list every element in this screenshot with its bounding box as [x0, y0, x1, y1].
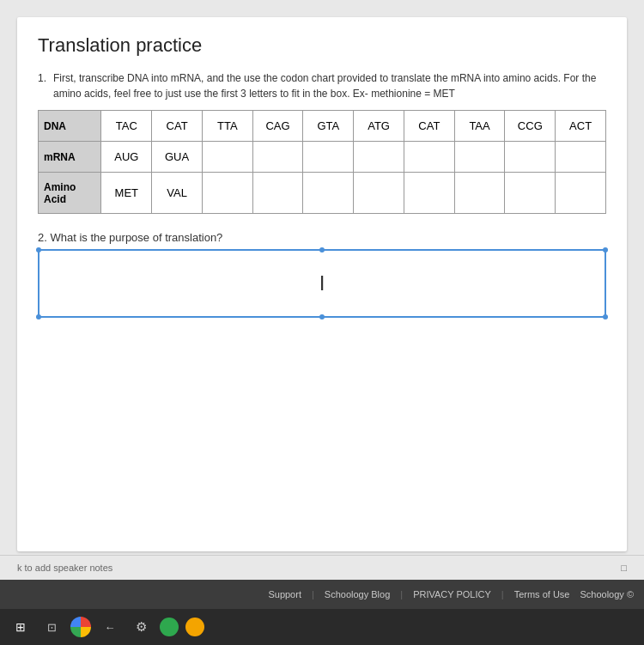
amino-row-label: AminoAcid	[39, 173, 101, 214]
handle-tl	[36, 247, 41, 253]
mrna-cell-9	[505, 142, 556, 173]
footer-blog[interactable]: Schoology Blog	[325, 589, 390, 599]
windows-button[interactable]: ⊞	[9, 615, 33, 639]
dna-cell-10: ACT	[556, 111, 606, 142]
speaker-notes-label[interactable]: k to add speaker notes	[17, 563, 112, 573]
answer-input-box[interactable]: I	[38, 249, 606, 318]
footer-terms[interactable]: Terms of Use	[514, 589, 570, 599]
question2-block: 2. What is the purpose of translation? I	[38, 231, 606, 318]
dna-table: DNA TAC CAT TTA CAG GTA ATG CAT TAA CCG …	[38, 110, 606, 214]
mrna-cell-7	[404, 142, 454, 173]
question1-block: 1. First, transcribe DNA into mRNA, and …	[38, 70, 606, 214]
speaker-notes-bar: k to add speaker notes □	[0, 555, 644, 580]
dna-cell-9: CCG	[505, 111, 556, 142]
settings-icon[interactable]: ⚙	[129, 615, 153, 639]
mrna-cell-5	[303, 142, 354, 173]
mrna-cell-2: GUA	[152, 142, 203, 173]
taskbar: ⊞ ⊡ ← ⚙	[0, 609, 644, 645]
dna-cell-8: TAA	[454, 111, 505, 142]
mrna-cell-10	[556, 142, 606, 173]
amino-cell-5	[303, 173, 354, 214]
question1-text: 1. First, transcribe DNA into mRNA, and …	[38, 70, 606, 101]
sep1: |	[312, 589, 314, 599]
back-button[interactable]: ←	[98, 615, 122, 639]
dna-cell-4: CAG	[252, 111, 303, 142]
dna-cell-7: CAT	[404, 111, 454, 142]
amino-cell-8	[454, 173, 505, 214]
handle-br	[603, 314, 608, 319]
slide-container: Translation practice 1. First, transcrib…	[17, 17, 627, 551]
text-cursor: I	[319, 271, 325, 295]
amino-cell-6	[354, 173, 404, 214]
footer-bar: Support | Schoology Blog | PRIVACY POLIC…	[0, 580, 644, 609]
handle-tr	[603, 247, 608, 253]
dna-row-label: DNA	[39, 111, 101, 142]
question1-body: First, transcribe DNA into mRNA, and the…	[53, 70, 606, 101]
amino-cell-9	[505, 173, 556, 214]
sep3: |	[501, 589, 504, 599]
handle-bl	[36, 314, 41, 319]
amino-cell-1: MET	[101, 173, 152, 214]
mrna-cell-3	[202, 142, 252, 173]
footer-brand: Schoology ©	[580, 589, 634, 599]
page-title: Translation practice	[38, 34, 606, 57]
app-icon-2[interactable]	[160, 618, 179, 636]
amino-cell-3	[202, 173, 252, 214]
dna-cell-3: TTA	[202, 111, 252, 142]
app-icon-3[interactable]	[185, 618, 204, 636]
dna-cell-1: TAC	[101, 111, 152, 142]
footer-support[interactable]: Support	[268, 589, 301, 599]
mrna-row: mRNA AUG GUA	[39, 142, 606, 173]
footer-privacy[interactable]: PRIVACY POLICY	[413, 589, 491, 599]
chrome-icon[interactable]	[70, 617, 91, 637]
dna-cell-2: CAT	[152, 111, 203, 142]
mrna-row-label: mRNA	[39, 142, 101, 173]
mrna-cell-6	[354, 142, 404, 173]
amino-row: AminoAcid MET VAL	[39, 173, 606, 214]
amino-cell-2: VAL	[152, 173, 203, 214]
amino-cell-4	[252, 173, 303, 214]
amino-cell-7	[404, 173, 454, 214]
dna-row: DNA TAC CAT TTA CAG GTA ATG CAT TAA CCG …	[39, 111, 606, 142]
speaker-notes-icon: □	[621, 563, 627, 573]
question2-label: 2. What is the purpose of translation?	[38, 231, 606, 244]
mrna-cell-8	[454, 142, 505, 173]
task-view-button[interactable]: ⊡	[39, 615, 64, 639]
sep2: |	[400, 589, 403, 599]
question1-number: 1.	[38, 70, 46, 101]
mrna-cell-1: AUG	[101, 142, 152, 173]
amino-cell-10	[556, 173, 606, 214]
mrna-cell-4	[252, 142, 303, 173]
dna-cell-6: ATG	[354, 111, 404, 142]
dna-cell-5: GTA	[303, 111, 354, 142]
